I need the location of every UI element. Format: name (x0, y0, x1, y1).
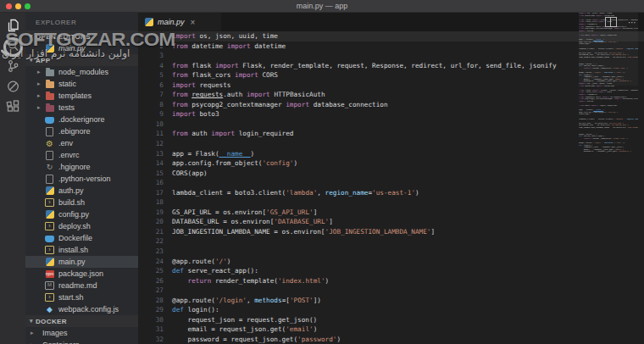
code-line-16[interactable]: 16 (138, 178, 644, 188)
line-number: 21 (138, 227, 164, 237)
code-line-14[interactable]: 14app.config.from_object('config') (138, 158, 644, 169)
tree-item--dockerignore[interactable]: .dockerignore (25, 114, 138, 125)
line-number: 1 (138, 31, 164, 42)
tree-item-config-py[interactable]: config.py (25, 208, 138, 220)
extensions-icon[interactable] (6, 100, 20, 114)
source-control-icon[interactable] (6, 59, 20, 73)
code-line-8[interactable]: 8from psycopg2_contextmanager import dat… (138, 100, 644, 110)
code-line-13[interactable]: 13app = Flask(__name__) (138, 149, 644, 159)
code-line-9[interactable]: 9import boto3 (138, 109, 644, 119)
tree-item-dockerfile[interactable]: Dockerfile (25, 232, 138, 244)
tree-item--hgignore[interactable]: ↻.hgignore (25, 161, 138, 173)
line-number: 3 (138, 51, 164, 61)
tree-item-start-sh[interactable]: ›start.sh (25, 291, 138, 303)
code-line-22[interactable]: 22 (138, 236, 644, 247)
code-line-27[interactable]: 27 (138, 286, 644, 296)
npm-icon: npm (46, 270, 54, 278)
code-line-19[interactable]: 19GS_API_URL = os.environ['GS_API_URL'] (138, 208, 644, 218)
code-line-26[interactable]: 26 return render_template('index.html') (138, 276, 644, 286)
line-number: 2 (138, 42, 164, 52)
code-line-10[interactable]: 10 (138, 119, 644, 130)
tree-item-static[interactable]: ▸static (25, 78, 138, 90)
item-label: .hgignore (58, 163, 91, 171)
code-line-24[interactable]: 24@app.route('/') (138, 257, 644, 267)
code-line-3[interactable]: 3 (138, 51, 644, 61)
python-icon (46, 210, 54, 219)
line-number: 15 (138, 169, 164, 179)
code-line-30[interactable]: 30 request_json = request.get_json() (138, 315, 644, 325)
line-number: 11 (138, 129, 164, 139)
code-line-25[interactable]: 25def serve_react_app(): (138, 266, 644, 276)
item-label: .envrc (58, 151, 80, 159)
code-line-6[interactable]: 6import requests (138, 80, 644, 91)
code-line-15[interactable]: 15CORS(app) (138, 169, 644, 179)
python-icon (46, 44, 54, 53)
code-line-31[interactable]: 31 email = request_json.get('email') (138, 325, 644, 335)
tree-item-tests[interactable]: ▸tests (25, 102, 138, 114)
code-line-20[interactable]: 20DATABASE_URL = os.environ['DATABASE_UR… (138, 217, 644, 227)
python-file-icon (145, 18, 153, 26)
tree-item-readme-md[interactable]: Mreadme.md (25, 280, 138, 291)
explorer-sidebar: EXPLORER ▾ OPEN EDITORS main.py ▾ APP ▸n… (25, 13, 138, 344)
code-line-1[interactable]: 1import os, json, uuid, time (138, 31, 644, 42)
code-line-18[interactable]: 18 (138, 197, 644, 208)
docker-icon (45, 117, 54, 124)
line-number: 16 (138, 178, 164, 188)
tree-item-node-modules[interactable]: ▸node_modules (25, 66, 138, 78)
code-line-11[interactable]: 11from auth import login_required (138, 129, 644, 139)
search-icon[interactable] (6, 39, 20, 53)
app-section-header[interactable]: ▾ APP (25, 54, 138, 66)
item-label: Images (42, 329, 68, 337)
docker-item-images[interactable]: ▸Images (25, 327, 138, 339)
minimap[interactable]: import os, json, uuid, timefrom datetime… (579, 13, 638, 158)
item-label: node_modules (58, 68, 108, 76)
tree-item-webpack-config-js[interactable]: ◆webpack.config.js (25, 303, 138, 315)
item-label: build.sh (58, 198, 85, 207)
code-line-29[interactable]: 29def login(): (138, 305, 644, 315)
code-line-28[interactable]: 28@app.route('/login', methods=['POST']) (138, 296, 644, 306)
hg-icon: ↻ (47, 163, 53, 172)
tree-item-auth-py[interactable]: auth.py (25, 185, 138, 197)
line-number: 25 (138, 266, 164, 276)
tab-main-py[interactable]: main.py × (138, 13, 221, 31)
editor-group: main.py × ⋯ 1import os, json, uuid, time… (138, 13, 644, 344)
sidebar-title: EXPLORER (25, 13, 138, 31)
tree-item-main-py[interactable]: main.py (25, 256, 138, 268)
code-editor[interactable]: 1import os, json, uuid, time2from dateti… (138, 31, 644, 344)
tree-item--envrc[interactable]: .envrc (25, 149, 138, 161)
code-line-23[interactable]: 23 (138, 247, 644, 257)
debug-icon[interactable] (6, 80, 20, 93)
close-tab-icon[interactable]: × (191, 18, 196, 27)
code-line-5[interactable]: 5from flask_cors import CORS (138, 70, 644, 80)
docker-section-header[interactable]: ▾ DOCKER (25, 315, 138, 327)
code-line-7[interactable]: 7from requests.auth import HTTPBasicAuth (138, 90, 644, 100)
webpack-icon: ◆ (47, 305, 53, 314)
line-number: 24 (138, 257, 164, 267)
tree-item--python-version[interactable]: .python-version (25, 173, 138, 185)
code-line-2[interactable]: 2from datetime import datetime (138, 42, 644, 52)
tree-item-templates[interactable]: ▸templates (25, 90, 138, 102)
tree-item--env[interactable]: ⚙.env (25, 137, 138, 149)
open-editors-header[interactable]: ▾ OPEN EDITORS (25, 31, 138, 42)
docker-item-containers[interactable]: ▸Containers (25, 339, 138, 344)
file-icon (46, 175, 53, 184)
item-label: .ebignore (58, 127, 91, 136)
item-label: main.py (58, 44, 86, 53)
tree-item-build-sh[interactable]: ›build.sh (25, 197, 138, 208)
code-line-17[interactable]: 17lambda_client = boto3.client('lambda',… (138, 188, 644, 198)
tree-item-package-json[interactable]: npmpackage.json (25, 268, 138, 280)
code-line-32[interactable]: 32 password = request_json.get('password… (138, 335, 644, 344)
folder-icon (46, 93, 54, 100)
code-line-12[interactable]: 12 (138, 139, 644, 149)
tab-bar: main.py × ⋯ (138, 13, 644, 31)
open-editor-main-py[interactable]: main.py (25, 42, 138, 54)
tree-item-deploy-sh[interactable]: ›deploy.sh (25, 220, 138, 232)
tree-item--ebignore[interactable]: .ebignore (25, 125, 138, 137)
minimap-slider[interactable] (579, 13, 638, 86)
code-line-4[interactable]: 4from flask import Flask, render_templat… (138, 61, 644, 71)
tree-item-install-sh[interactable]: ›install.sh (25, 244, 138, 256)
item-label: .python-version (58, 175, 111, 183)
code-line-21[interactable]: 21JOB_INGESTION_LAMBDA_NAME = os.environ… (138, 227, 644, 237)
title-bar: main.py — app (0, 0, 644, 13)
explorer-icon[interactable] (6, 19, 20, 32)
